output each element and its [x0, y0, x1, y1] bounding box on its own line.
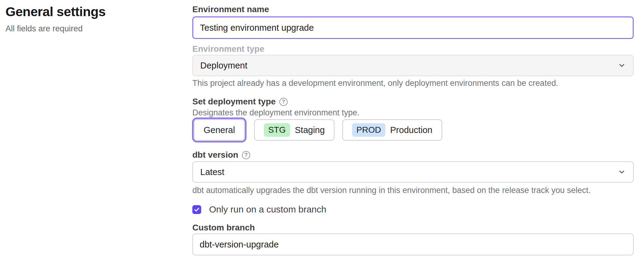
deployment-type-option-general[interactable]: General	[194, 119, 245, 141]
deployment-type-options: General STG Staging PROD Production	[192, 119, 634, 141]
dbt-version-value: Latest	[200, 167, 224, 177]
chevron-down-icon	[618, 168, 626, 176]
custom-branch-label: Custom branch	[192, 223, 634, 233]
checkmark-icon	[194, 207, 200, 212]
dbt-version-select[interactable]: Latest	[192, 161, 634, 183]
stg-badge: STG	[264, 123, 290, 137]
environment-name-input[interactable]	[192, 16, 634, 39]
custom-branch-input[interactable]	[192, 233, 634, 255]
deployment-type-option-staging[interactable]: STG Staging	[254, 119, 334, 141]
environment-type-select[interactable]: Deployment	[192, 55, 634, 76]
environment-type-helper: This project already has a development e…	[192, 79, 634, 87]
custom-branch-checkbox[interactable]	[192, 205, 201, 214]
page-subtitle: All fields are required	[5, 24, 176, 33]
chevron-down-icon	[618, 61, 626, 69]
page-title: General settings	[5, 4, 176, 19]
environment-settings-form: Environment name Environment type Deploy…	[192, 0, 634, 255]
environment-type-label: Environment type	[192, 44, 634, 54]
deployment-type-description: Designates the deployment environment ty…	[192, 109, 634, 117]
custom-branch-toggle-label[interactable]: Only run on a custom branch	[209, 204, 326, 215]
deployment-type-option-production[interactable]: PROD Production	[342, 119, 442, 141]
prod-badge: PROD	[352, 123, 385, 137]
help-icon[interactable]: ?	[242, 151, 250, 159]
settings-header: General settings All fields are required	[5, 4, 176, 33]
help-icon[interactable]: ?	[279, 98, 288, 106]
environment-type-value: Deployment	[200, 61, 247, 71]
custom-branch-toggle-row: Only run on a custom branch	[192, 204, 634, 215]
dbt-version-label: dbt version ?	[192, 150, 634, 160]
environment-name-label: Environment name	[192, 4, 634, 15]
deployment-type-label: Set deployment type ?	[192, 96, 634, 107]
dbt-version-helper: dbt automatically upgrades the dbt versi…	[192, 186, 634, 195]
